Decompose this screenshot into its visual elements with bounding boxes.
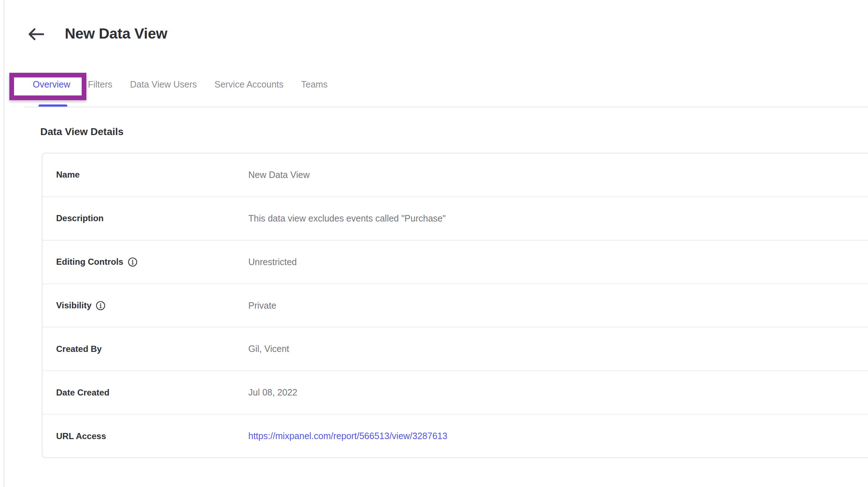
page-left-border xyxy=(4,0,4,487)
row-value: Unrestricted xyxy=(248,257,297,267)
data-view-settings-page: New Data View Overview Filters Data View… xyxy=(0,0,868,487)
row-label: Created By xyxy=(56,344,102,354)
row-value: This data view excludes events called "P… xyxy=(248,213,446,224)
row-label: Name xyxy=(56,170,80,180)
tab-teams[interactable]: Teams xyxy=(301,79,328,90)
info-icon[interactable] xyxy=(128,257,137,267)
row-label: Editing Controls xyxy=(56,257,123,267)
back-button[interactable] xyxy=(27,26,45,43)
detail-row-name: Name New Data View xyxy=(42,153,868,196)
tab-data-view-users[interactable]: Data View Users xyxy=(130,79,197,90)
row-label: Description xyxy=(56,213,104,223)
data-view-details-card: Name New Data View Description This data… xyxy=(42,153,868,458)
page-title: New Data View xyxy=(65,25,167,42)
detail-row-date-created: Date Created Jul 08, 2022 xyxy=(42,370,868,414)
detail-row-editing-controls: Editing Controls Unrestricted xyxy=(42,240,868,283)
tab-bar: Overview Filters Data View Users Service… xyxy=(33,79,327,90)
row-value: New Data View xyxy=(248,170,309,180)
page-header: New Data View xyxy=(0,0,868,54)
row-label: Date Created xyxy=(56,388,109,398)
row-label: Visibility xyxy=(56,300,91,310)
back-arrow-icon xyxy=(27,27,45,43)
section-title: Data View Details xyxy=(40,126,123,138)
tabs-divider-line xyxy=(24,107,868,107)
data-view-url-link[interactable]: https://mixpanel.com/report/566513/view/… xyxy=(248,431,447,441)
row-label: URL Access xyxy=(56,431,106,441)
tab-filters[interactable]: Filters xyxy=(88,79,112,90)
detail-row-description: Description This data view excludes even… xyxy=(42,196,868,240)
info-icon[interactable] xyxy=(96,301,105,310)
detail-row-created-by: Created By Gil, Vicent xyxy=(42,327,868,370)
tab-service-accounts[interactable]: Service Accounts xyxy=(214,79,284,90)
tab-overview[interactable]: Overview xyxy=(33,79,70,90)
detail-row-url-access: URL Access https://mixpanel.com/report/5… xyxy=(42,414,868,457)
row-value: Private xyxy=(248,300,276,311)
row-value: Gil, Vicent xyxy=(248,344,289,354)
row-value: Jul 08, 2022 xyxy=(248,387,297,398)
detail-row-visibility: Visibility Private xyxy=(42,283,868,327)
